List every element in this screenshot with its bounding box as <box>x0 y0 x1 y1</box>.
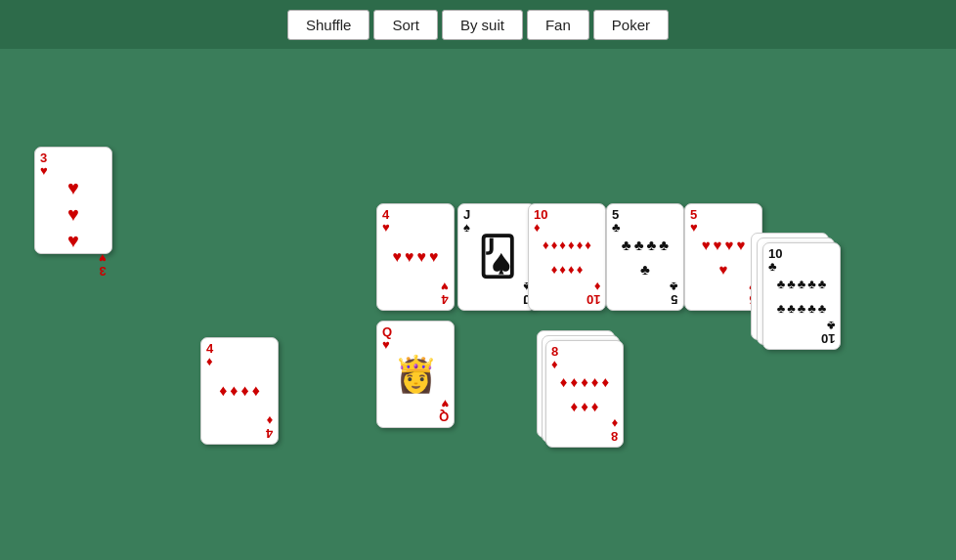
card-4-diamonds[interactable]: 4♦ ♦♦ ♦♦ 4♦ <box>200 337 279 445</box>
poker-button[interactable]: Poker <box>593 10 669 40</box>
toolbar: ShuffleSortBy suitFanPoker <box>0 0 956 49</box>
card-8-diamonds[interactable]: 8♦ ♦♦ ♦♦ ♦♦ ♦♦ 8♦ <box>545 340 624 448</box>
fan-button[interactable]: Fan <box>527 10 589 40</box>
card-jack-spades[interactable]: J♠ 🂫 J♠ <box>457 203 536 311</box>
card-5-clubs[interactable]: 5♣ ♣♣ ♣ ♣♣ 5♣ <box>606 203 684 311</box>
card-4-hearts[interactable]: 4♥ ♥♥ ♥♥ 4♥ <box>376 203 455 311</box>
bysuit-button[interactable]: By suit <box>442 10 523 40</box>
card-3-hearts[interactable]: 3♥ ♥ ♥ ♥ 3♥ <box>34 147 112 254</box>
card-queen-hearts[interactable]: Q♥ 👸 Q♥ <box>376 321 455 428</box>
card-10-clubs[interactable]: 10♣ ♣♣♣♣ ♣♣♣♣ ♣♣ 10♣ <box>762 242 841 350</box>
card-table: 3♥ ♥ ♥ ♥ 3♥ 4♦ ♦♦ ♦♦ 4♦ 4♥ ♥♥ ♥♥ 4♥ J♠ 🂫… <box>0 49 956 560</box>
shuffle-button[interactable]: Shuffle <box>287 10 369 40</box>
card-10-diamonds[interactable]: 10♦ ♦♦♦♦ ♦♦♦♦ ♦♦ 10♦ <box>528 203 606 311</box>
sort-button[interactable]: Sort <box>373 10 438 40</box>
